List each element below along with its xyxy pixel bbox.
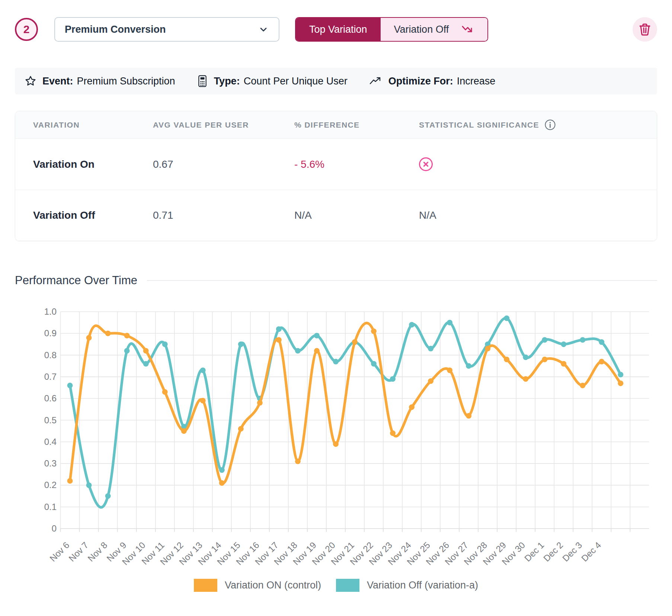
star-icon: [25, 75, 36, 87]
calculator-icon: [197, 75, 208, 87]
legend-chip-orange: [194, 579, 217, 592]
svg-text:0: 0: [52, 523, 57, 533]
legend-variation-on[interactable]: Variation ON (control): [194, 579, 321, 592]
toggle-top-variation-label: Top Variation: [309, 24, 367, 35]
col-significance-label: Statistical Significance: [419, 121, 539, 129]
event-summary: Event: Premium Subscription: [25, 75, 175, 87]
toggle-variation-off-label: Variation Off: [394, 24, 449, 35]
svg-text:0.4: 0.4: [44, 437, 57, 447]
col-difference: % Difference: [294, 121, 419, 129]
table-row-variation-on: Variation On 0.67 - 5.6%: [15, 139, 657, 190]
metric-dropdown[interactable]: Premium Conversion: [54, 17, 279, 42]
legend-label: Variation ON (control): [225, 580, 321, 591]
toggle-top-variation[interactable]: Top Variation: [296, 18, 381, 41]
metric-summary-bar: Event: Premium Subscription Type: Count …: [15, 68, 657, 94]
optimize-label: Optimize For:: [388, 76, 453, 87]
type-label: Type:: [214, 76, 240, 87]
svg-text:Dec 2: Dec 2: [541, 540, 565, 563]
variation-name: Variation On: [33, 158, 153, 170]
performance-chart: 00.10.20.30.40.50.60.70.80.91.0Nov 6Nov …: [15, 293, 657, 592]
chart-title: Performance Over Time: [15, 274, 137, 287]
toolbar: 2 Premium Conversion Top Variation Varia…: [15, 17, 657, 42]
event-label: Event:: [42, 76, 73, 87]
difference-value: - 5.6%: [294, 158, 419, 170]
divider: [147, 280, 657, 281]
svg-text:0.6: 0.6: [44, 393, 57, 403]
col-avg-value: Avg Value Per User: [153, 121, 294, 129]
svg-text:1.0: 1.0: [44, 307, 57, 317]
svg-text:0.7: 0.7: [44, 372, 57, 382]
col-variation: Variation: [33, 121, 153, 129]
results-table: Variation Avg Value Per User % Differenc…: [15, 111, 657, 241]
col-significance: Statistical Significance: [419, 119, 657, 131]
step-number-badge: 2: [15, 18, 38, 41]
svg-text:Nov 8: Nov 8: [86, 540, 109, 563]
legend-chip-teal: [336, 579, 359, 592]
svg-text:0.9: 0.9: [44, 328, 57, 338]
significance-value: N/A: [419, 209, 657, 221]
type-summary: Type: Count Per Unique User: [197, 75, 348, 87]
avg-value: 0.71: [153, 209, 294, 221]
table-row-variation-off: Variation Off 0.71 N/A N/A: [15, 190, 657, 241]
chart-legend: Variation ON (control) Variation Off (va…: [15, 579, 657, 592]
not-significant-icon: [419, 157, 433, 171]
svg-text:Dec 3: Dec 3: [560, 540, 584, 563]
legend-label: Variation Off (variation-a): [367, 580, 478, 591]
svg-text:0.2: 0.2: [44, 480, 57, 490]
avg-value: 0.67: [153, 158, 294, 170]
svg-text:Nov 6: Nov 6: [48, 540, 71, 563]
event-value: Premium Subscription: [77, 76, 175, 87]
info-icon[interactable]: [544, 119, 556, 131]
svg-text:Nov 7: Nov 7: [67, 540, 90, 563]
delete-metric-button[interactable]: [633, 17, 657, 42]
line-chart-canvas: 00.10.20.30.40.50.60.70.80.91.0Nov 6Nov …: [15, 293, 657, 576]
toggle-variation-off[interactable]: Variation Off: [381, 18, 488, 41]
metric-dropdown-value: Premium Conversion: [65, 24, 166, 35]
difference-value: N/A: [294, 209, 419, 221]
svg-text:0.5: 0.5: [44, 415, 57, 425]
svg-text:0.8: 0.8: [44, 350, 57, 360]
legend-variation-off[interactable]: Variation Off (variation-a): [336, 579, 478, 592]
trash-icon: [639, 23, 651, 36]
svg-text:Dec 4: Dec 4: [579, 540, 603, 563]
trend-up-icon: [369, 76, 383, 86]
chart-section-header: Performance Over Time: [15, 274, 657, 287]
type-value: Count Per Unique User: [244, 76, 348, 87]
table-header-row: Variation Avg Value Per User % Differenc…: [15, 111, 657, 139]
optimize-value: Increase: [457, 76, 496, 87]
optimize-summary: Optimize For: Increase: [369, 76, 496, 87]
chevron-down-icon: [258, 24, 269, 35]
svg-text:0.3: 0.3: [44, 458, 57, 468]
experiment-metric-panel: 2 Premium Conversion Top Variation Varia…: [0, 0, 672, 592]
svg-text:Dec 1: Dec 1: [522, 540, 546, 563]
variation-name: Variation Off: [33, 209, 153, 221]
svg-text:0.1: 0.1: [44, 502, 57, 512]
variation-toggle: Top Variation Variation Off: [295, 17, 488, 42]
trend-down-icon: [461, 24, 474, 35]
